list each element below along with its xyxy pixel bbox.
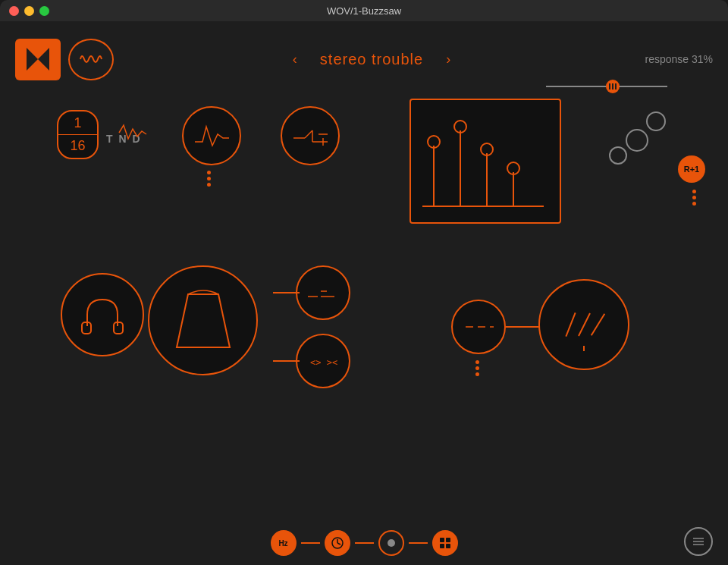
- envelope-knob-1[interactable]: [182, 106, 241, 165]
- connector-line-upper: [273, 292, 300, 293]
- right-knob-dots: [475, 360, 479, 376]
- menu-icon[interactable]: [684, 527, 713, 556]
- upper-section: 1 16 T N D: [15, 95, 713, 246]
- filter-upper-knob[interactable]: [296, 265, 350, 320]
- maximize-button[interactable]: [39, 6, 49, 16]
- clock-button[interactable]: [325, 530, 350, 556]
- response-area: response 31%: [561, 53, 713, 65]
- toolbar-connector-2: [355, 542, 374, 544]
- gray-dot: [388, 539, 395, 547]
- svg-line-3: [305, 130, 312, 138]
- r1-button[interactable]: R+1: [678, 155, 705, 183]
- response-slider-track[interactable]: [546, 86, 667, 87]
- r1-dot-3: [692, 202, 696, 206]
- prev-preset-button[interactable]: ‹: [293, 52, 297, 67]
- rk-dot-2: [475, 366, 479, 370]
- svg-rect-38: [440, 544, 444, 548]
- svg-marker-1: [38, 48, 49, 71]
- r1-dot-1: [692, 190, 696, 193]
- right-large-knob[interactable]: [538, 279, 629, 370]
- svg-line-35: [337, 543, 340, 545]
- grip-line-1: [609, 83, 610, 89]
- right-small-knob[interactable]: [451, 300, 506, 354]
- toolbar-connector-1: [301, 542, 320, 544]
- grip-line-3: [615, 83, 617, 89]
- step-denominator: 16: [70, 135, 85, 154]
- logo-wave-circle: [68, 39, 114, 80]
- minimize-button[interactable]: [24, 6, 34, 16]
- dot-1: [207, 171, 211, 174]
- preset-name: stereo trouble: [320, 51, 423, 68]
- connector-line-lower: [273, 360, 300, 362]
- response-label: response 31%: [645, 53, 713, 65]
- dot-3: [207, 183, 211, 187]
- r1-dot-2: [692, 196, 696, 199]
- toolbar-connector-3: [409, 542, 428, 544]
- r1-label: R+1: [684, 165, 700, 174]
- window-title: WOV/1-Buzzsaw: [327, 5, 401, 17]
- oscillator-knob[interactable]: [281, 106, 340, 165]
- step-counter[interactable]: 1 16: [57, 110, 99, 159]
- eq-display: [410, 99, 561, 224]
- dot-button[interactable]: [378, 530, 404, 556]
- gray-circles-group: [595, 106, 671, 185]
- main-content: ‹ stereo trouble › response 31%: [0, 21, 728, 565]
- svg-point-19: [610, 147, 626, 164]
- segment-button[interactable]: [432, 530, 458, 556]
- filter-lower-knob[interactable]: <> ><: [296, 334, 350, 388]
- rk-dot-1: [475, 360, 479, 364]
- logo-k: [15, 39, 61, 80]
- svg-point-17: [647, 112, 665, 130]
- filter-knob-large[interactable]: [148, 265, 258, 375]
- right-connector-line: [506, 326, 540, 328]
- hz-label: Hz: [278, 539, 287, 548]
- lower-section: <> ><: [15, 258, 713, 440]
- bottom-toolbar: Hz: [0, 530, 728, 556]
- step-numerator: 1: [58, 115, 97, 135]
- response-slider-thumb[interactable]: [606, 80, 620, 93]
- slider-thumb-grip: [609, 83, 617, 89]
- svg-text:<> ><: <> ><: [310, 357, 337, 368]
- logo-area: [15, 39, 182, 80]
- svg-rect-37: [446, 538, 450, 542]
- svg-line-29: [564, 312, 578, 336]
- waveform-squiggle: [118, 118, 155, 151]
- svg-line-30: [579, 313, 590, 336]
- grip-line-2: [612, 83, 613, 89]
- close-button[interactable]: [9, 6, 19, 16]
- svg-rect-39: [446, 544, 450, 548]
- dot-2: [207, 177, 211, 180]
- svg-line-31: [592, 312, 605, 336]
- svg-marker-0: [27, 48, 38, 71]
- next-preset-button[interactable]: ›: [446, 52, 450, 67]
- filter-shape-knob[interactable]: [61, 273, 144, 356]
- knob1-dots: [207, 171, 211, 187]
- svg-rect-36: [440, 538, 444, 542]
- rk-dot-3: [475, 372, 479, 376]
- title-bar: WOV/1-Buzzsaw: [0, 0, 728, 21]
- window-controls[interactable]: [9, 6, 49, 16]
- preset-nav: ‹ stereo trouble ›: [182, 51, 561, 68]
- svg-point-18: [626, 130, 648, 151]
- r1-dots: [692, 190, 696, 206]
- hz-button[interactable]: Hz: [271, 530, 297, 556]
